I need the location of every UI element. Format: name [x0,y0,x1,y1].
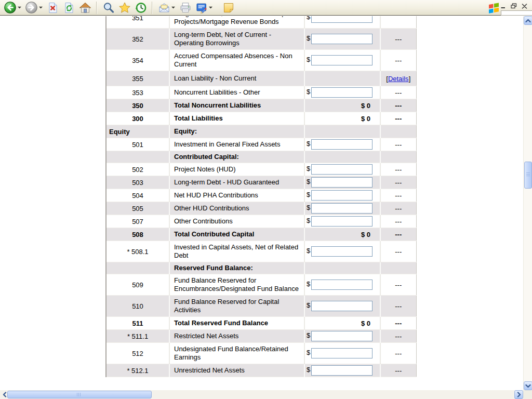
browser-toolbar [0,0,532,16]
search-icon [102,1,115,14]
table-row: 511Total Reserved Fund Balance$ 0--- [106,317,416,330]
refresh-button[interactable] [61,1,76,15]
notes-cell: --- [380,50,416,71]
currency-symbol: $ [307,366,310,374]
amount-input[interactable] [311,216,373,227]
discuss-button[interactable] [221,1,236,15]
currency-symbol: $ [307,165,310,172]
table-row: 505Other HUD Contributions$--- [106,202,416,215]
line-description: Other Contributions [169,215,304,228]
balance-sheet-form: 351Long-term Debt, Net of Current - Capi… [105,16,417,377]
close-button[interactable] [521,3,528,9]
edit-button[interactable] [194,1,214,15]
amount-input[interactable] [311,203,373,214]
line-description: Total Reserved Fund Balance [169,317,304,330]
line-description: Restricted Net Assets [169,330,304,343]
notes-cell: --- [380,29,416,50]
search-button[interactable] [101,1,116,15]
amount-input[interactable] [311,34,373,44]
table-row: 300Total Liabilities$ 0--- [106,112,416,125]
stop-button[interactable] [45,1,60,15]
amount-cell: $ [304,343,380,364]
scroll-up-button[interactable] [524,16,532,25]
vertical-scrollbar-thumb[interactable] [524,162,532,189]
amount-input[interactable] [311,331,373,341]
horizontal-scrollbar[interactable] [0,390,523,399]
dropdown-caret-icon[interactable] [171,6,176,9]
notes-cell: [Details] [380,71,416,86]
table-row: 509Fund Balance Reserved for Encumbrance… [106,274,416,296]
toolbar-separator [152,2,153,14]
scrollbar-corner [523,390,532,399]
amount-input[interactable] [311,280,373,290]
amount-input[interactable] [311,16,373,23]
amount-input[interactable] [311,139,373,150]
vertical-scrollbar[interactable] [523,16,532,390]
dropdown-caret-icon[interactable] [38,6,43,9]
table-row: 510Fund Balance Reserved for Capital Act… [106,296,416,317]
line-description: Long-term Debt - HUD Guaranteed [169,176,304,189]
minimize-button[interactable] [500,3,507,9]
home-button[interactable] [77,1,92,15]
amount-cell: $ [304,296,380,317]
scroll-down-button[interactable] [524,381,532,390]
currency-symbol: $ [307,247,310,255]
details-link[interactable]: Details [388,75,409,83]
print-button[interactable] [178,1,193,15]
amount-input[interactable] [311,246,373,257]
notes-cell [380,125,416,138]
forward-button[interactable] [24,1,44,15]
amount-input[interactable] [311,348,373,358]
line-description: Reserved Fund Balance: [169,262,304,274]
amount-input[interactable] [311,365,373,376]
window-controls [500,3,528,9]
amount-cell [304,71,380,86]
line-description: Net HUD PHA Contributions [169,189,304,202]
amount-cell: $ [304,50,380,71]
restore-button[interactable] [510,3,517,9]
mail-button[interactable] [156,1,177,15]
currency-symbol: $ [307,301,310,309]
toolbar-separator [96,2,97,14]
dropdown-caret-icon[interactable] [17,6,22,9]
line-number: 502 [106,163,169,176]
table-row: 508Total Contributed Capital$ 0--- [106,228,416,241]
back-button[interactable] [3,1,23,15]
dropdown-caret-icon[interactable] [208,6,213,9]
table-row: 350Total Noncurrent Liabilities$ 0--- [106,99,416,112]
stop-icon [46,1,59,14]
amount-cell: $ [304,176,380,189]
line-description: Accrued Compensated Absences - Non Curre… [169,50,304,71]
line-description: Equity: [169,125,304,138]
notes-cell: --- [380,274,416,296]
history-button[interactable] [133,1,148,15]
favorites-button[interactable] [117,1,132,15]
amount-input[interactable] [311,190,373,201]
amount-input[interactable] [311,164,373,175]
amount-input[interactable] [311,301,373,311]
notes-cell [380,16,416,29]
table-row: 503Long-term Debt - HUD Guaranteed$--- [106,176,416,189]
currency-symbol: $ [307,191,310,198]
amount-input[interactable] [311,55,373,65]
line-number: 510 [106,296,169,317]
line-number: 503 [106,176,169,189]
notes-cell: --- [380,163,416,176]
amount-cell [304,262,380,274]
horizontal-scrollbar-thumb[interactable] [7,391,152,398]
line-number: 508 [106,228,169,241]
notes-cell: --- [380,228,416,241]
line-number: 300 [106,112,169,125]
scroll-right-button[interactable] [514,390,523,399]
amount-input[interactable] [311,177,373,188]
currency-symbol: $ [307,56,310,63]
amount-input[interactable] [311,87,373,98]
line-number [106,151,169,163]
line-description: Project Notes (HUD) [169,163,304,176]
line-number: 355 [106,71,169,86]
forward-icon [25,1,38,14]
table-row: EquityEquity: [106,125,416,138]
notes-cell: --- [380,296,416,317]
browser-window: 351Long-term Debt, Net of Current - Capi… [0,0,532,399]
amount-cell: $ [304,189,380,202]
